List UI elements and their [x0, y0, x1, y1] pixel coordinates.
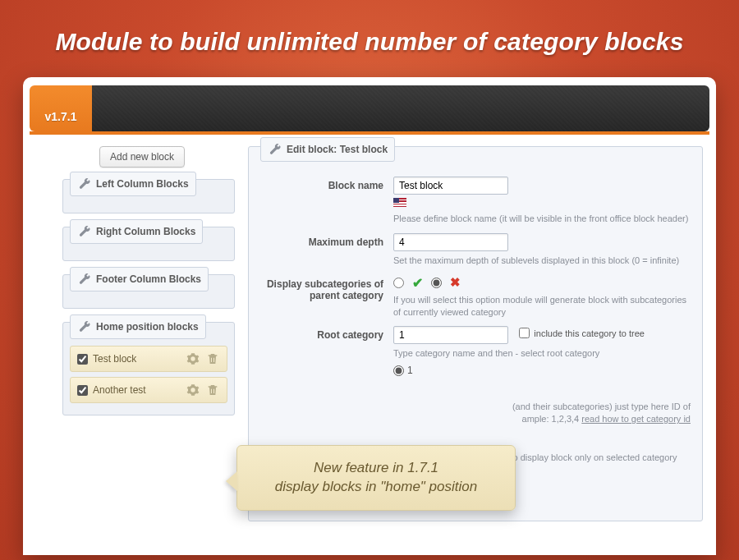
label-max-depth: Maximum depth: [260, 233, 383, 267]
panel-right-column: Right Column Blocks: [62, 227, 235, 261]
block-enable-checkbox[interactable]: [77, 385, 88, 396]
radio-yes[interactable]: [393, 278, 404, 288]
panel-legend-footer: Footer Column Blocks: [70, 267, 209, 291]
max-depth-input[interactable]: [393, 233, 508, 251]
gear-icon[interactable]: [186, 351, 200, 366]
version-tab: v1.7.1: [30, 85, 92, 131]
row-max-depth: Maximum depth Set the maximum depth of s…: [260, 228, 691, 270]
list-item: Another test: [70, 377, 227, 403]
hero-title: Module to build unlimited number of cate…: [0, 0, 739, 77]
read-how-link[interactable]: read how to get category id: [581, 414, 691, 424]
fieldset-title: Edit block: Test block: [287, 144, 388, 155]
wrench-icon: [77, 177, 92, 191]
block-name-input[interactable]: [393, 177, 508, 195]
hint-block-name: Please define block name (it will be vis…: [393, 209, 691, 225]
root-category-input[interactable]: [393, 326, 508, 344]
row-block-name: Block name Please define block name (it …: [260, 172, 691, 228]
left-column: Add new block Left Column Blocks Right C…: [62, 146, 235, 521]
us-flag-icon[interactable]: [393, 198, 406, 207]
panel-legend-right: Right Column Blocks: [70, 219, 203, 244]
callout-line-1: New feature in 1.7.1: [252, 459, 500, 478]
label-root-category: Root category: [260, 326, 383, 376]
panel-left-column: Left Column Blocks: [62, 179, 235, 213]
block-name-label: Test block: [93, 353, 181, 365]
panel-legend-left: Left Column Blocks: [70, 172, 196, 196]
row-display-sub: Display subcategories of parent category…: [260, 270, 691, 322]
home-blocks-list: Test block Another test: [70, 346, 227, 403]
wrench-icon: [268, 142, 282, 157]
trash-icon[interactable]: [205, 383, 220, 397]
callout-line-2: display blocks in "home" position: [252, 478, 500, 497]
hint-display-sub: If you will select this option module wi…: [393, 291, 691, 319]
block-enable-checkbox[interactable]: [77, 354, 88, 365]
label-display-sub: Display subcategories of parent category: [260, 275, 383, 319]
panel-home-position: Home position blocks Test block: [62, 322, 235, 415]
add-new-block-button[interactable]: Add new block: [99, 146, 185, 168]
panel-legend-home: Home position blocks: [70, 314, 206, 339]
list-item: Test block: [70, 346, 227, 372]
panel-title: Home position blocks: [96, 321, 199, 333]
module-header-strip: [92, 85, 709, 131]
panel-footer-column: Footer Column Blocks: [62, 274, 235, 309]
include-category-checkbox[interactable]: [519, 328, 530, 338]
panel-title: Left Column Blocks: [96, 178, 189, 190]
cross-icon: ✖: [450, 275, 461, 290]
block-name-label: Another test: [93, 384, 181, 396]
check-icon: ✔: [412, 275, 423, 291]
trash-icon[interactable]: [205, 351, 220, 366]
top-bar: v1.7.1: [30, 85, 709, 131]
feature-callout: New feature in 1.7.1 display blocks in "…: [236, 445, 516, 511]
panel-title: Footer Column Blocks: [96, 273, 201, 285]
wrench-icon: [77, 272, 92, 287]
hint-exclude-1: (and their subcategories) just type here…: [393, 401, 691, 413]
radio-no[interactable]: [431, 278, 442, 288]
admin-card: v1.7.1 Add new block Left Column Blocks: [23, 77, 716, 555]
wrench-icon: [77, 319, 92, 334]
hint-exclude-2: ample: 1,2,3,4 read how to get category …: [393, 413, 691, 425]
row-root-category: Root category include this category to t…: [260, 321, 691, 379]
fieldset-legend: Edit block: Test block: [260, 137, 395, 162]
hint-root: Type category name and then - select roo…: [393, 344, 691, 360]
wrench-icon: [77, 224, 92, 239]
hint-max-depth: Set the maximum depth of sublevels displ…: [393, 251, 691, 267]
panel-title: Right Column Blocks: [96, 226, 195, 237]
include-category-label: include this category to tree: [534, 328, 645, 338]
tree-root-value: 1: [407, 365, 413, 376]
label-block-name: Block name: [260, 177, 383, 225]
tree-root-radio[interactable]: [393, 365, 404, 376]
gear-icon[interactable]: [186, 383, 200, 397]
